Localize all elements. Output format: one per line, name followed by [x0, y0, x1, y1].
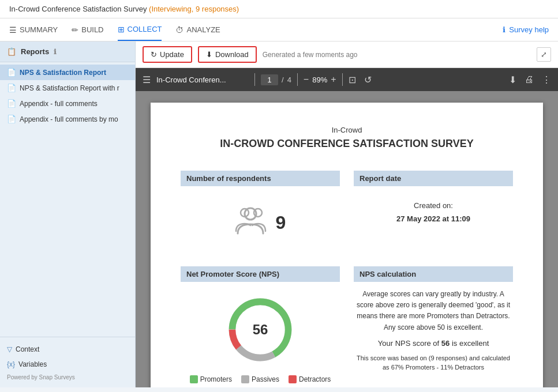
survey-help[interactable]: ℹ Survey help: [503, 25, 549, 34]
expand-button[interactable]: ⤢: [537, 47, 551, 62]
pdf-content: In-Crowd IN-CROWD CONFERENCE SATISFACTIO…: [136, 91, 558, 387]
legend-passives: Passives: [241, 375, 279, 383]
created-on: Created on: 27 May 2022 at 11:09: [359, 199, 507, 226]
nav-build[interactable]: ✏ BUILD: [72, 19, 103, 41]
filter-icon: ▽: [7, 345, 12, 353]
passives-dot: [241, 375, 249, 383]
pdf-title: In-Crowd Conferen...: [156, 76, 249, 84]
nps-score-prefix: Your NPS score of: [378, 339, 439, 348]
doc-icon-3: 📄: [7, 99, 16, 108]
report-date-section: Report date Created on: 27 May 2022 at 1…: [347, 164, 520, 259]
nps-chart-container: 56: [181, 289, 340, 371]
pdf-page: In-Crowd IN-CROWD CONFERENCE SATISFACTIO…: [151, 103, 543, 387]
nav-summary[interactable]: ☰ SUMMARY: [9, 19, 58, 41]
survey-status: (Interviewing, 9 responses): [149, 5, 239, 13]
sidebar-info-icon[interactable]: ℹ: [54, 48, 57, 56]
build-icon: ✏: [72, 25, 78, 35]
svg-point-2: [254, 209, 262, 217]
nps-score-suffix: is excellent: [452, 339, 489, 348]
doc-icon-2: 📄: [7, 84, 16, 92]
fit-page-icon[interactable]: ⊡: [349, 74, 356, 85]
promoters-label: Promoters: [200, 375, 232, 383]
pdf-more-icon[interactable]: ⋮: [542, 74, 551, 85]
pdf-page-input[interactable]: [261, 74, 278, 85]
report-date-header: Report date: [354, 171, 513, 186]
summary-icon: ☰: [9, 25, 17, 35]
divider-2: [297, 73, 298, 86]
rotate-icon[interactable]: ↺: [364, 74, 372, 85]
sidebar-item-nps-report[interactable]: 📄 NPS & Satisfaction Report: [0, 65, 135, 80]
pdf-page-total: 4: [287, 76, 291, 84]
collect-icon: ⊞: [118, 25, 125, 34]
content-area: ↻ Update ⬇ Download Generated a few mome…: [136, 42, 558, 387]
nav-analyze-label: ANALYZE: [186, 25, 220, 34]
update-button[interactable]: ↻ Update: [143, 46, 192, 63]
sidebar-items-list: 📄 NPS & Satisfaction Report 📄 NPS & Sati…: [0, 62, 135, 337]
divider-1: [254, 73, 255, 86]
nps-calc-based: This score was based on (9 responses) an…: [354, 353, 513, 372]
nps-header: Net Promoter Score (NPS): [181, 266, 340, 282]
update-label: Update: [160, 50, 184, 59]
nav-build-label: BUILD: [81, 25, 103, 34]
powered-by: Powered by Snap Surveys: [7, 372, 128, 383]
legend-detractors: Detractors: [289, 375, 331, 383]
zoom-value: 89%: [312, 76, 327, 84]
pdf-print-icon[interactable]: 🖨: [525, 74, 534, 85]
sidebar-context[interactable]: ▽ Context: [7, 342, 128, 357]
pdf-viewer-toolbar: ☰ In-Crowd Conferen... / 4 − 89% + ⊡ ↺: [136, 68, 558, 91]
person-icon: [235, 205, 267, 241]
detractors-dot: [289, 375, 297, 383]
sidebar: 📋 Reports ℹ 📄 NPS & Satisfaction Report …: [0, 42, 136, 387]
survey-title: In-Crowd Conference Satisfaction Survey: [9, 5, 147, 13]
generated-text: Generated a few moments ago: [263, 51, 358, 59]
sidebar-item-appendix[interactable]: 📄 Appendix - full comments: [0, 96, 135, 111]
nav-collect-label: COLLECT: [128, 25, 162, 33]
sidebar-variables[interactable]: {x} Variables: [7, 357, 128, 372]
pdf-page-separator: /: [282, 76, 284, 84]
nps-calc-text: Average scores can vary greatly by indus…: [354, 289, 513, 333]
nav-analyze[interactable]: ⏱ ANALYZE: [175, 19, 220, 41]
respondent-count: 9: [276, 212, 286, 233]
nav-summary-label: SUMMARY: [20, 25, 58, 34]
variables-icon: {x}: [7, 360, 15, 368]
passives-label: Passives: [252, 375, 279, 383]
reports-doc-icon: 📋: [7, 47, 16, 56]
doc-icon-4: 📄: [7, 115, 16, 123]
created-date: 27 May 2022 at 11:09: [359, 212, 507, 225]
variables-label: Variables: [18, 360, 47, 368]
help-info-icon: ℹ: [503, 25, 505, 34]
nps-score-label: 56: [253, 322, 268, 338]
respondents-content: 9: [181, 193, 340, 252]
title-bar: In-Crowd Conference Satisfaction Survey …: [0, 0, 558, 18]
pdf-download-icon[interactable]: ⬇: [509, 74, 516, 85]
pdf-viewer: ☰ In-Crowd Conferen... / 4 − 89% + ⊡ ↺: [136, 68, 558, 387]
zoom-in-icon[interactable]: +: [331, 74, 336, 85]
nps-calc-score: Your NPS score of 56 is excellent: [354, 339, 513, 348]
nav-bar: ☰ SUMMARY ✏ BUILD ⊞ COLLECT ⏱ ANALYZE ℹ …: [0, 18, 558, 42]
sidebar-item-label-4: Appendix - full comments by mo: [20, 115, 118, 123]
respondents-header: Number of respondents: [181, 171, 340, 186]
nav-collect[interactable]: ⊞ COLLECT: [118, 19, 162, 41]
created-label: Created on:: [359, 199, 507, 212]
promoters-dot: [190, 375, 198, 383]
download-button[interactable]: ⬇ Download: [198, 46, 257, 63]
nps-donut: 56: [229, 298, 292, 361]
sidebar-footer: ▽ Context {x} Variables Powered by Snap …: [0, 337, 135, 387]
nps-calc-section: NPS calculation Average scores can vary …: [347, 259, 520, 387]
pdf-zoom-controls: − 89% +: [304, 74, 336, 85]
pdf-page-controls: / 4: [261, 74, 291, 85]
sidebar-item-nps-report-r[interactable]: 📄 NPS & Satisfaction Report with r: [0, 80, 135, 96]
detractors-label: Detractors: [299, 375, 331, 383]
analyze-icon: ⏱: [175, 25, 183, 35]
update-icon: ↻: [151, 50, 157, 59]
divider-3: [342, 73, 343, 86]
pdf-action-icons: ⊡ ↺: [349, 74, 372, 85]
sidebar-item-label-3: Appendix - full comments: [20, 100, 98, 108]
nps-legend: Promoters Passives Detractors: [181, 371, 340, 387]
nps-section: Net Promoter Score (NPS): [174, 259, 347, 387]
context-label: Context: [16, 345, 39, 353]
hamburger-icon[interactable]: ☰: [143, 74, 151, 85]
zoom-out-icon[interactable]: −: [304, 74, 309, 85]
report-grid: Number of respondents: [174, 164, 520, 387]
sidebar-item-appendix-mo[interactable]: 📄 Appendix - full comments by mo: [0, 111, 135, 127]
